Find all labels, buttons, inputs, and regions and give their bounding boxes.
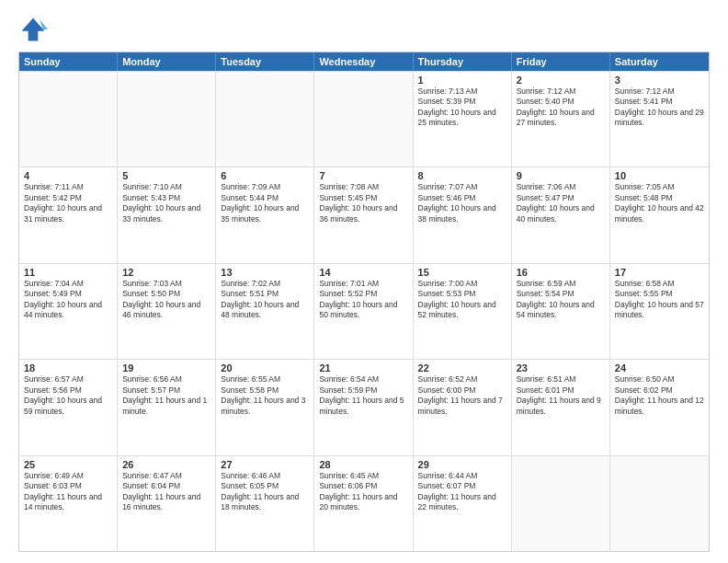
cal-cell-day-27: 27Sunrise: 6:46 AMSunset: 6:05 PMDayligh… — [216, 456, 314, 551]
day-info: Sunrise: 7:09 AMSunset: 5:44 PMDaylight:… — [221, 182, 309, 224]
day-info: Sunrise: 7:07 AMSunset: 5:46 PMDaylight:… — [418, 182, 506, 224]
cal-cell-day-18: 18Sunrise: 6:57 AMSunset: 5:56 PMDayligh… — [19, 360, 118, 454]
cal-cell-day-8: 8Sunrise: 7:07 AMSunset: 5:46 PMDaylight… — [414, 167, 512, 262]
day-number: 7 — [319, 170, 407, 181]
day-info: Sunrise: 6:47 AMSunset: 6:04 PMDaylight:… — [122, 471, 210, 513]
day-info: Sunrise: 7:12 AMSunset: 5:41 PMDaylight:… — [615, 86, 704, 129]
day-info: Sunrise: 6:45 AMSunset: 6:06 PMDaylight:… — [319, 471, 407, 513]
cal-header-tuesday: Tuesday — [216, 52, 314, 71]
day-number: 28 — [319, 459, 407, 470]
cal-header-saturday: Saturday — [610, 52, 709, 71]
day-info: Sunrise: 6:52 AMSunset: 6:00 PMDaylight:… — [418, 374, 506, 417]
day-number: 4 — [24, 170, 112, 181]
day-info: Sunrise: 6:54 AMSunset: 5:59 PMDaylight:… — [319, 374, 407, 417]
header — [18, 15, 710, 44]
cal-cell-day-7: 7Sunrise: 7:08 AMSunset: 5:45 PMDaylight… — [314, 167, 413, 262]
cal-cell-day-9: 9Sunrise: 7:06 AMSunset: 5:47 PMDaylight… — [512, 167, 610, 262]
cal-cell-day-28: 28Sunrise: 6:45 AMSunset: 6:06 PMDayligh… — [314, 456, 413, 551]
day-info: Sunrise: 6:51 AMSunset: 6:01 PMDaylight:… — [517, 374, 605, 417]
day-number: 3 — [615, 75, 704, 86]
day-number: 13 — [221, 267, 309, 278]
day-info: Sunrise: 7:03 AMSunset: 5:50 PMDaylight:… — [122, 279, 210, 321]
day-info: Sunrise: 7:12 AMSunset: 5:40 PMDaylight:… — [517, 86, 605, 129]
cal-cell-day-6: 6Sunrise: 7:09 AMSunset: 5:44 PMDaylight… — [216, 167, 314, 262]
day-info: Sunrise: 6:57 AMSunset: 5:56 PMDaylight:… — [24, 374, 112, 417]
day-number: 25 — [24, 459, 112, 470]
day-info: Sunrise: 7:13 AMSunset: 5:39 PMDaylight:… — [418, 86, 506, 129]
cal-header-wednesday: Wednesday — [314, 52, 413, 71]
day-number: 26 — [122, 459, 210, 470]
day-info: Sunrise: 7:01 AMSunset: 5:52 PMDaylight:… — [319, 279, 407, 321]
cal-cell-day-17: 17Sunrise: 6:58 AMSunset: 5:55 PMDayligh… — [610, 264, 709, 359]
day-number: 20 — [221, 362, 309, 373]
day-number: 19 — [122, 362, 210, 373]
cal-cell-day-26: 26Sunrise: 6:47 AMSunset: 6:04 PMDayligh… — [118, 456, 216, 551]
day-info: Sunrise: 6:59 AMSunset: 5:54 PMDaylight:… — [517, 279, 605, 321]
day-number: 1 — [418, 75, 506, 86]
day-info: Sunrise: 7:10 AMSunset: 5:43 PMDaylight:… — [122, 182, 210, 224]
calendar-header-row: SundayMondayTuesdayWednesdayThursdayFrid… — [19, 52, 709, 71]
day-number: 22 — [418, 362, 506, 373]
cal-cell-day-12: 12Sunrise: 7:03 AMSunset: 5:50 PMDayligh… — [118, 264, 216, 359]
day-info: Sunrise: 7:08 AMSunset: 5:45 PMDaylight:… — [319, 182, 407, 224]
day-number: 6 — [221, 170, 309, 181]
day-info: Sunrise: 7:00 AMSunset: 5:53 PMDaylight:… — [418, 279, 506, 321]
day-number: 29 — [418, 459, 506, 470]
day-number: 11 — [24, 267, 112, 278]
cal-cell-day-29: 29Sunrise: 6:44 AMSunset: 6:07 PMDayligh… — [414, 456, 512, 551]
cal-cell-day-24: 24Sunrise: 6:50 AMSunset: 6:02 PMDayligh… — [610, 360, 709, 454]
day-info: Sunrise: 6:55 AMSunset: 5:58 PMDaylight:… — [221, 374, 309, 417]
cal-cell-day-14: 14Sunrise: 7:01 AMSunset: 5:52 PMDayligh… — [314, 264, 413, 359]
cal-row-4: 25Sunrise: 6:49 AMSunset: 6:03 PMDayligh… — [19, 455, 709, 551]
day-number: 27 — [221, 459, 309, 470]
day-number: 5 — [122, 170, 210, 181]
cal-header-friday: Friday — [512, 52, 610, 71]
cal-cell-day-10: 10Sunrise: 7:05 AMSunset: 5:48 PMDayligh… — [610, 167, 709, 262]
cal-cell-day-20: 20Sunrise: 6:55 AMSunset: 5:58 PMDayligh… — [216, 360, 314, 454]
day-info: Sunrise: 6:58 AMSunset: 5:55 PMDaylight:… — [615, 279, 704, 321]
day-info: Sunrise: 6:46 AMSunset: 6:05 PMDaylight:… — [221, 471, 309, 513]
day-info: Sunrise: 6:44 AMSunset: 6:07 PMDaylight:… — [418, 471, 506, 513]
cal-cell-empty — [118, 72, 216, 167]
cal-row-3: 18Sunrise: 6:57 AMSunset: 5:56 PMDayligh… — [19, 359, 709, 454]
cal-cell-empty — [19, 72, 118, 167]
day-number: 21 — [319, 362, 407, 373]
day-info: Sunrise: 7:04 AMSunset: 5:49 PMDaylight:… — [24, 279, 112, 321]
cal-cell-day-22: 22Sunrise: 6:52 AMSunset: 6:00 PMDayligh… — [414, 360, 512, 454]
day-info: Sunrise: 7:02 AMSunset: 5:51 PMDaylight:… — [221, 279, 309, 321]
day-number: 16 — [517, 267, 605, 278]
cal-cell-empty — [512, 456, 610, 551]
day-number: 12 — [122, 267, 210, 278]
day-number: 9 — [517, 170, 605, 181]
day-number: 15 — [418, 267, 506, 278]
cal-cell-empty — [610, 456, 709, 551]
logo-icon — [18, 15, 48, 44]
cal-row-0: 1Sunrise: 7:13 AMSunset: 5:39 PMDaylight… — [19, 71, 709, 167]
cal-cell-day-21: 21Sunrise: 6:54 AMSunset: 5:59 PMDayligh… — [314, 360, 413, 454]
day-number: 14 — [319, 267, 407, 278]
day-number: 18 — [24, 362, 112, 373]
day-info: Sunrise: 6:56 AMSunset: 5:57 PMDaylight:… — [122, 374, 210, 417]
day-number: 8 — [418, 170, 506, 181]
cal-cell-day-16: 16Sunrise: 6:59 AMSunset: 5:54 PMDayligh… — [512, 264, 610, 359]
cal-cell-day-3: 3Sunrise: 7:12 AMSunset: 5:41 PMDaylight… — [610, 72, 709, 167]
cal-cell-day-11: 11Sunrise: 7:04 AMSunset: 5:49 PMDayligh… — [19, 264, 118, 359]
cal-cell-day-13: 13Sunrise: 7:02 AMSunset: 5:51 PMDayligh… — [216, 264, 314, 359]
day-number: 10 — [615, 170, 704, 181]
cal-header-sunday: Sunday — [19, 52, 118, 71]
cal-cell-day-5: 5Sunrise: 7:10 AMSunset: 5:43 PMDaylight… — [118, 167, 216, 262]
page: SundayMondayTuesdayWednesdayThursdayFrid… — [0, 0, 728, 563]
day-number: 24 — [615, 362, 704, 373]
cal-cell-day-25: 25Sunrise: 6:49 AMSunset: 6:03 PMDayligh… — [19, 456, 118, 551]
day-info: Sunrise: 6:49 AMSunset: 6:03 PMDaylight:… — [24, 471, 112, 513]
cal-cell-empty — [314, 72, 413, 167]
day-number: 23 — [517, 362, 605, 373]
cal-header-thursday: Thursday — [414, 52, 512, 71]
calendar-body: 1Sunrise: 7:13 AMSunset: 5:39 PMDaylight… — [19, 71, 709, 551]
day-info: Sunrise: 6:50 AMSunset: 6:02 PMDaylight:… — [615, 374, 704, 417]
day-info: Sunrise: 7:05 AMSunset: 5:48 PMDaylight:… — [615, 182, 704, 224]
cal-cell-day-2: 2Sunrise: 7:12 AMSunset: 5:40 PMDaylight… — [512, 72, 610, 167]
cal-cell-day-1: 1Sunrise: 7:13 AMSunset: 5:39 PMDaylight… — [414, 72, 512, 167]
day-info: Sunrise: 7:06 AMSunset: 5:47 PMDaylight:… — [517, 182, 605, 224]
day-number: 17 — [615, 267, 704, 278]
